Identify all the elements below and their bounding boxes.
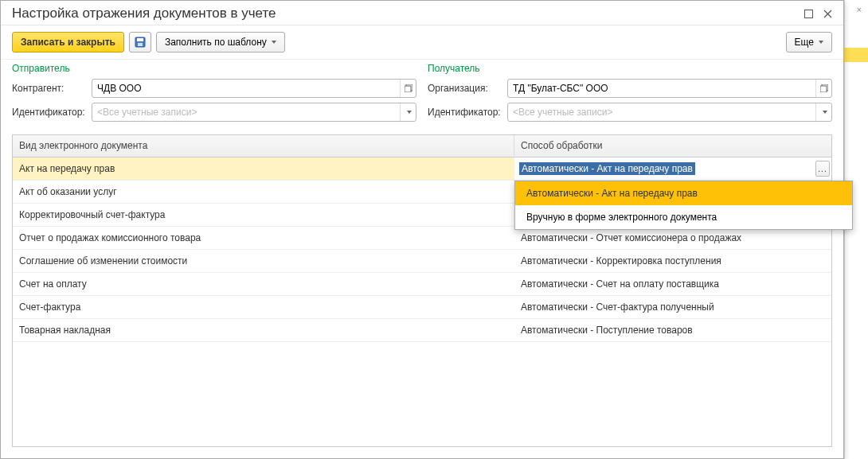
window-title: Настройка отражения документов в учете bbox=[12, 6, 797, 21]
sender-id-label: Идентификатор: bbox=[12, 107, 92, 118]
doc-type-cell[interactable]: Отчет о продажах комиссионного товара bbox=[13, 232, 514, 243]
processing-cell[interactable]: Автоматически - Счет на оплату поставщик… bbox=[514, 278, 831, 290]
more-label: Еще bbox=[795, 37, 814, 48]
svg-rect-7 bbox=[405, 86, 411, 92]
recipient-id-input-wrap bbox=[507, 103, 832, 122]
dropdown-icon[interactable] bbox=[815, 103, 831, 121]
org-input-wrap bbox=[507, 79, 832, 98]
sender-id-input-wrap bbox=[92, 103, 416, 122]
org-label: Организация: bbox=[428, 83, 507, 94]
processing-cell[interactable]: Автоматически - Счет-фактура полученный bbox=[514, 301, 831, 313]
processing-dropdown: Автоматически - Акт на передачу правВруч… bbox=[514, 181, 853, 230]
recipient-id-input[interactable] bbox=[508, 107, 815, 118]
svg-rect-5 bbox=[138, 43, 143, 46]
org-input[interactable] bbox=[508, 83, 815, 94]
counterparty-label: Контрагент: bbox=[12, 83, 92, 94]
sender-id-input[interactable] bbox=[92, 107, 400, 118]
table-row[interactable]: Счет-фактураАвтоматически - Счет-фактура… bbox=[13, 296, 831, 319]
processing-cell[interactable]: Автоматически - Корректировка поступлени… bbox=[514, 255, 831, 266]
save-button[interactable] bbox=[129, 32, 151, 53]
processing-cell[interactable]: Автоматически - Отчет комиссионера о про… bbox=[514, 232, 831, 243]
svg-rect-9 bbox=[820, 86, 827, 92]
doc-type-cell[interactable]: Счет-фактура bbox=[13, 301, 514, 313]
dropdown-option[interactable]: Вручную в форме электронного документа bbox=[515, 205, 852, 229]
counterparty-input[interactable] bbox=[92, 83, 400, 94]
col-proc-header[interactable]: Способ обработки bbox=[514, 135, 831, 157]
recipient-id-label: Идентификатор: bbox=[428, 107, 507, 118]
titlebar: Настройка отражения документов в учете bbox=[1, 1, 843, 25]
fill-template-button[interactable]: Заполнить по шаблону bbox=[156, 32, 285, 53]
bg-yellow-marker bbox=[844, 48, 868, 62]
maximize-icon[interactable] bbox=[800, 6, 816, 21]
settings-window: Настройка отражения документов в учете З… bbox=[0, 0, 844, 459]
svg-rect-4 bbox=[137, 38, 143, 41]
chevron-down-icon bbox=[272, 41, 276, 44]
editing-value[interactable]: Автоматически - Акт на передачу прав bbox=[519, 162, 695, 175]
table-header: Вид электронного документа Способ обрабо… bbox=[13, 135, 831, 158]
doc-type-cell[interactable]: Соглашение об изменении стоимости bbox=[13, 255, 514, 266]
doc-type-cell[interactable]: Акт на передачу прав bbox=[13, 163, 514, 174]
fill-template-label: Заполнить по шаблону bbox=[165, 37, 267, 48]
sender-section: Отправитель Контрагент: Идентификатор: bbox=[12, 63, 416, 126]
table-row[interactable]: Счет на оплатуАвтоматически - Счет на оп… bbox=[13, 273, 831, 296]
processing-cell[interactable]: Автоматически - Акт на передачу прав... bbox=[514, 158, 831, 180]
processing-cell[interactable]: Автоматически - Поступление товаров bbox=[514, 325, 831, 336]
col-doc-header[interactable]: Вид электронного документа bbox=[13, 135, 514, 157]
doc-type-cell[interactable]: Товарная накладная bbox=[13, 325, 514, 336]
bg-close-icon[interactable]: × bbox=[857, 5, 862, 14]
table-row[interactable]: Отчет о продажах комиссионного товараАвт… bbox=[13, 227, 831, 250]
dropdown-option[interactable]: Автоматически - Акт на передачу прав bbox=[515, 181, 852, 205]
recipient-section: Получатель Организация: Идентификатор: bbox=[428, 63, 832, 126]
ellipsis-button[interactable]: ... bbox=[815, 161, 830, 177]
table-body: Акт на передачу правАвтоматически - Акт … bbox=[13, 158, 831, 446]
table-row[interactable]: Товарная накладнаяАвтоматически - Поступ… bbox=[13, 319, 831, 342]
more-button[interactable]: Еще bbox=[786, 32, 832, 53]
recipient-heading: Получатель bbox=[428, 63, 832, 74]
doc-type-cell[interactable]: Корректировочный счет-фактура bbox=[13, 209, 514, 220]
toolbar: Записать и закрыть Заполнить по шаблону … bbox=[1, 25, 843, 60]
form-area: Отправитель Контрагент: Идентификатор: bbox=[1, 60, 843, 134]
close-icon[interactable] bbox=[819, 6, 835, 21]
doc-type-cell[interactable]: Счет на оплату bbox=[13, 278, 514, 290]
open-reference-icon[interactable] bbox=[815, 80, 831, 97]
dropdown-icon[interactable] bbox=[400, 103, 416, 121]
chevron-down-icon bbox=[819, 41, 823, 44]
open-reference-icon[interactable] bbox=[400, 80, 416, 97]
sender-heading: Отправитель bbox=[12, 63, 416, 74]
documents-table: Вид электронного документа Способ обрабо… bbox=[12, 134, 832, 447]
svg-rect-0 bbox=[804, 10, 812, 18]
doc-type-cell[interactable]: Акт об оказании услуг bbox=[13, 186, 514, 197]
floppy-icon bbox=[135, 37, 146, 48]
table-row[interactable]: Акт на передачу правАвтоматически - Акт … bbox=[13, 158, 831, 181]
table-row[interactable]: Соглашение об изменении стоимостиАвтомат… bbox=[13, 250, 831, 273]
save-close-button[interactable]: Записать и закрыть bbox=[12, 32, 124, 53]
counterparty-input-wrap bbox=[92, 79, 416, 98]
